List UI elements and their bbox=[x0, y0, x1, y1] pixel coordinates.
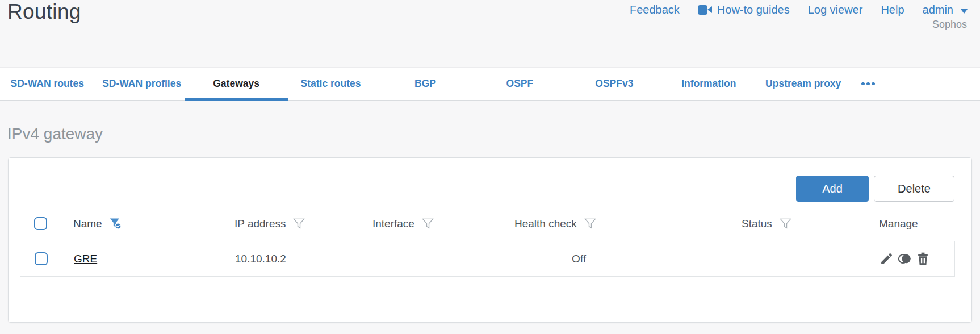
tab-bar: SD-WAN routes SD-WAN profiles Gateways S… bbox=[0, 67, 886, 101]
top-nav: Feedback How-to guides Log viewer Help a… bbox=[630, 3, 968, 16]
funnel-icon[interactable] bbox=[780, 218, 791, 229]
help-link[interactable]: Help bbox=[881, 3, 904, 16]
tab-ospfv3[interactable]: OSPFv3 bbox=[567, 68, 661, 100]
card-toolbar: Add Delete bbox=[796, 176, 954, 202]
table-row: GRE 10.10.10.2 Off bbox=[20, 241, 955, 277]
tab-ospf[interactable]: OSPF bbox=[472, 68, 567, 100]
tab-upstream-proxy[interactable]: Upstream proxy bbox=[756, 68, 851, 100]
caret-down-icon bbox=[961, 9, 968, 14]
tab-static-routes[interactable]: Static routes bbox=[283, 68, 378, 100]
column-header-name: Name bbox=[73, 218, 102, 230]
tab-gateways[interactable]: Gateways bbox=[189, 68, 283, 100]
ip-address-cell: 10.10.10.2 bbox=[235, 253, 373, 265]
tab-sd-wan-routes[interactable]: SD-WAN routes bbox=[0, 68, 94, 100]
tab-bgp[interactable]: BGP bbox=[378, 68, 472, 100]
pencil-icon[interactable] bbox=[880, 252, 894, 266]
column-header-status: Status bbox=[742, 218, 772, 230]
add-button[interactable]: Add bbox=[796, 176, 869, 202]
ellipsis-icon bbox=[861, 82, 875, 86]
tab-information[interactable]: Information bbox=[661, 68, 756, 100]
brand-label: Sophos bbox=[932, 19, 967, 31]
howto-guides-link[interactable]: How-to guides bbox=[698, 3, 790, 16]
funnel-icon[interactable] bbox=[584, 218, 596, 229]
row-checkbox[interactable] bbox=[35, 252, 48, 265]
feedback-link[interactable]: Feedback bbox=[630, 3, 680, 16]
manage-cell bbox=[880, 252, 954, 266]
column-header-health-check: Health check bbox=[514, 218, 577, 230]
more-tabs-button[interactable] bbox=[851, 68, 886, 100]
column-header-ip-address: IP address bbox=[234, 218, 286, 230]
user-name: admin bbox=[923, 3, 953, 16]
column-header-interface: Interface bbox=[372, 218, 414, 230]
delete-button[interactable]: Delete bbox=[874, 176, 954, 202]
user-menu[interactable]: admin bbox=[923, 3, 968, 16]
funnel-icon[interactable] bbox=[422, 218, 434, 229]
tab-sd-wan-profiles[interactable]: SD-WAN profiles bbox=[94, 68, 189, 100]
trash-icon[interactable] bbox=[916, 252, 930, 266]
column-header-manage: Manage bbox=[879, 218, 918, 230]
section-title: IPv4 gateway bbox=[7, 125, 103, 143]
howto-guides-label: How-to guides bbox=[717, 3, 790, 16]
select-all-checkbox[interactable] bbox=[34, 217, 47, 230]
clone-icon[interactable] bbox=[898, 252, 912, 266]
log-viewer-link[interactable]: Log viewer bbox=[808, 3, 863, 16]
funnel-icon[interactable] bbox=[293, 218, 305, 229]
page-title: Routing bbox=[7, 0, 81, 24]
gateway-name-link[interactable]: GRE bbox=[74, 253, 97, 265]
table-header: Name IP address Interface Health check bbox=[20, 211, 955, 236]
ipv4-gateway-card: Add Delete Name IP address Interface bbox=[8, 157, 972, 323]
video-camera-icon bbox=[698, 5, 712, 15]
health-check-cell: Off bbox=[515, 253, 742, 265]
funnel-check-icon[interactable] bbox=[110, 218, 122, 229]
